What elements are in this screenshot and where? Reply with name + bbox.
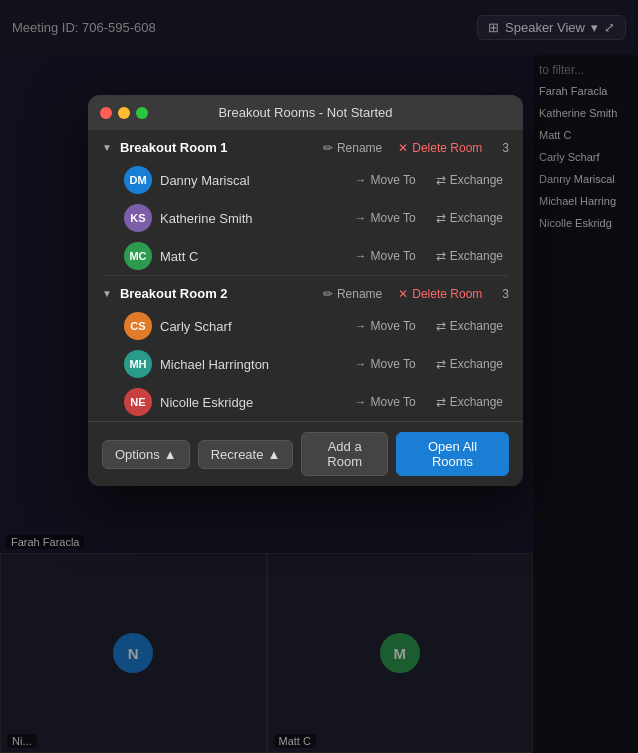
danny-exchange-button[interactable]: ⇄ Exchange [430,171,509,189]
open-all-rooms-button[interactable]: Open All Rooms [396,432,509,476]
options-button[interactable]: Options ▲ [102,440,190,469]
arrow-icon: → [354,211,366,225]
move-to-label: Move To [370,173,415,187]
nicolle-exchange-button[interactable]: ⇄ Exchange [430,393,509,411]
danny-name: Danny Mariscal [160,173,340,188]
exchange-label: Exchange [450,249,503,263]
room-2-header: ▼ Breakout Room 2 ✏ Rename ✕ Delete Room… [88,276,523,307]
participant-row-nicolle: NE Nicolle Eskridge → Move To ⇄ Exchange [88,383,523,421]
exchange-icon: ⇄ [436,319,446,333]
matt-c-avatar: MC [124,242,152,270]
nicolle-moveto-button[interactable]: → Move To [348,393,421,411]
exchange-label: Exchange [450,357,503,371]
pencil-icon: ✏ [323,141,333,155]
michael-exchange-button[interactable]: ⇄ Exchange [430,355,509,373]
rename-label: Rename [337,141,382,155]
pencil-icon: ✏ [323,287,333,301]
move-to-label: Move To [370,319,415,333]
room-2-chevron-icon: ▼ [102,288,112,299]
room-1-count: 3 [502,141,509,155]
room-2-count: 3 [502,287,509,301]
participant-row-matt: MC Matt C → Move To ⇄ Exchange [88,237,523,275]
participant-row-michael: MH Michael Harrington → Move To ⇄ Exchan… [88,345,523,383]
room-2-section: ▼ Breakout Room 2 ✏ Rename ✕ Delete Room… [88,276,523,421]
close-button[interactable] [100,107,112,119]
katherine-exchange-button[interactable]: ⇄ Exchange [430,209,509,227]
move-to-label: Move To [370,395,415,409]
carly-name: Carly Scharf [160,319,340,334]
michael-moveto-button[interactable]: → Move To [348,355,421,373]
participant-row-carly: CS Carly Scharf → Move To ⇄ Exchange [88,307,523,345]
add-room-button[interactable]: Add a Room [301,432,388,476]
exchange-icon: ⇄ [436,173,446,187]
recreate-button[interactable]: Recreate ▲ [198,440,294,469]
x-icon: ✕ [398,141,408,155]
room-2-rename-button[interactable]: ✏ Rename [323,287,382,301]
michael-name: Michael Harrington [160,357,340,372]
exchange-icon: ⇄ [436,357,446,371]
delete-label: Delete Room [412,141,482,155]
room-1-chevron-icon: ▼ [102,142,112,153]
carly-moveto-button[interactable]: → Move To [348,317,421,335]
nicolle-name: Nicolle Eskridge [160,395,340,410]
arrow-icon: → [354,249,366,263]
exchange-icon: ⇄ [436,395,446,409]
modal-title: Breakout Rooms - Not Started [218,105,392,120]
exchange-label: Exchange [450,173,503,187]
room-2-delete-button[interactable]: ✕ Delete Room [398,287,482,301]
options-label: Options [115,447,160,462]
modal-body: ▼ Breakout Room 1 ✏ Rename ✕ Delete Room… [88,130,523,421]
nicolle-avatar: NE [124,388,152,416]
room-1-rename-button[interactable]: ✏ Rename [323,141,382,155]
katherine-avatar: KS [124,204,152,232]
maximize-button[interactable] [136,107,148,119]
matt-moveto-button[interactable]: → Move To [348,247,421,265]
modal-footer: Options ▲ Recreate ▲ Add a Room Open All… [88,421,523,486]
katherine-moveto-button[interactable]: → Move To [348,209,421,227]
arrow-icon: → [354,173,366,187]
open-rooms-label: Open All Rooms [428,439,477,469]
arrow-icon: → [354,395,366,409]
arrow-icon: → [354,357,366,371]
room-2-name: Breakout Room 2 [120,286,315,301]
arrow-icon: → [354,319,366,333]
room-1-section: ▼ Breakout Room 1 ✏ Rename ✕ Delete Room… [88,130,523,275]
rename-label: Rename [337,287,382,301]
chevron-up-icon: ▲ [164,447,177,462]
add-room-label: Add a Room [314,439,375,469]
move-to-label: Move To [370,249,415,263]
minimize-button[interactable] [118,107,130,119]
breakout-rooms-modal: Breakout Rooms - Not Started ▼ Breakout … [88,95,523,486]
carly-avatar: CS [124,312,152,340]
room-1-header: ▼ Breakout Room 1 ✏ Rename ✕ Delete Room… [88,130,523,161]
exchange-label: Exchange [450,395,503,409]
exchange-label: Exchange [450,211,503,225]
participant-row-danny: DM Danny Mariscal → Move To ⇄ Exchange [88,161,523,199]
exchange-icon: ⇄ [436,249,446,263]
matt-exchange-button[interactable]: ⇄ Exchange [430,247,509,265]
katherine-name: Katherine Smith [160,211,340,226]
move-to-label: Move To [370,357,415,371]
chevron-up-icon-2: ▲ [267,447,280,462]
room-1-name: Breakout Room 1 [120,140,315,155]
michael-avatar: MH [124,350,152,378]
exchange-label: Exchange [450,319,503,333]
danny-moveto-button[interactable]: → Move To [348,171,421,189]
move-to-label: Move To [370,211,415,225]
modal-titlebar: Breakout Rooms - Not Started [88,95,523,130]
participant-row-katherine: KS Katherine Smith → Move To ⇄ Exchange [88,199,523,237]
recreate-label: Recreate [211,447,264,462]
danny-avatar: DM [124,166,152,194]
carly-exchange-button[interactable]: ⇄ Exchange [430,317,509,335]
x-icon: ✕ [398,287,408,301]
traffic-lights [100,107,148,119]
delete-label: Delete Room [412,287,482,301]
exchange-icon: ⇄ [436,211,446,225]
matt-c-name: Matt C [160,249,340,264]
room-1-delete-button[interactable]: ✕ Delete Room [398,141,482,155]
